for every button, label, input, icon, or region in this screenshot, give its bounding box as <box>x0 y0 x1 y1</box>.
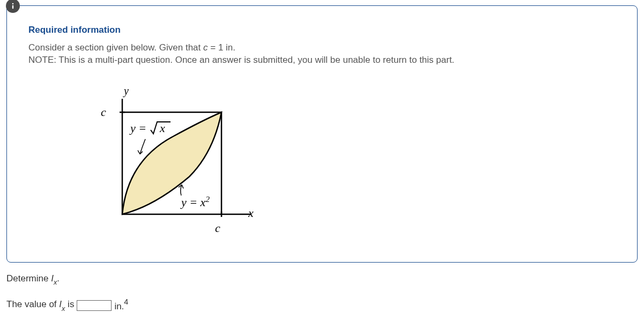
alert-icon <box>6 0 20 13</box>
prompt-sub: x <box>54 278 57 286</box>
required-information-box: Required information Consider a section … <box>6 5 638 263</box>
variable-c: c <box>203 42 208 53</box>
curve-x2-label: y = x2 <box>180 195 210 209</box>
c-label-y: c <box>101 105 106 119</box>
answer-unit-base: in. <box>114 301 124 311</box>
svg-rect-1 <box>12 5 13 9</box>
answer-unit-exp: 4 <box>124 297 128 306</box>
answer-pre: The value of <box>6 299 59 309</box>
curve-sqrt-radicand: x <box>159 121 165 135</box>
c-label-x: c <box>215 221 220 235</box>
answer-input[interactable] <box>77 300 112 311</box>
answer-sub: x <box>62 304 65 313</box>
prompt-pre: Determine <box>6 273 51 284</box>
answer-mid: is <box>65 299 74 309</box>
section-diagram: y c x c y = <box>66 83 616 241</box>
answer-row: The value of Ix is in.4 <box>6 299 638 312</box>
problem-description: Consider a section given below. Given th… <box>28 42 616 67</box>
curve-sqrt-label: y = <box>129 121 146 135</box>
svg-point-0 <box>12 3 14 5</box>
y-axis-label: y <box>123 85 129 97</box>
desc-text-2: = 1 in. <box>208 42 236 53</box>
desc-text-1: Consider a section given below. Given th… <box>28 42 203 53</box>
question-prompt: Determine Ix. <box>6 273 638 285</box>
prompt-post: . <box>57 273 60 284</box>
desc-note: NOTE: This is a multi-part question. Onc… <box>28 55 454 65</box>
x-axis-label: x <box>248 206 254 220</box>
section-header: Required information <box>28 25 616 35</box>
